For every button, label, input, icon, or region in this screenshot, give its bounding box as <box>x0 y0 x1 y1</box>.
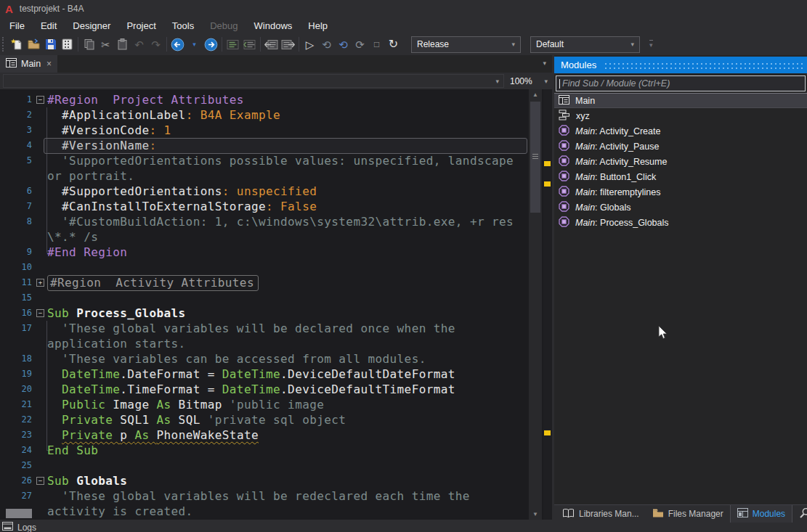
stop-icon[interactable]: □ <box>368 36 385 53</box>
redo-icon[interactable]: ↷ <box>147 36 164 53</box>
clean-project-icon[interactable]: ↻ <box>385 36 402 53</box>
undo-icon[interactable]: ↶ <box>131 36 147 53</box>
panel-tab-modules[interactable]: Modules <box>730 505 792 523</box>
navigate-back-dropdown-icon[interactable]: ▾ <box>186 36 203 53</box>
document-list-dropdown-icon[interactable]: ▾ <box>543 60 546 67</box>
debug-bridge-icon[interactable]: ⟲ <box>318 36 335 53</box>
magnifier-icon <box>799 507 807 520</box>
code-line-23[interactable]: 23 Private p As PhoneWakeState <box>0 427 552 443</box>
panel-tab-quick[interactable]: Quick <box>792 505 807 523</box>
module-item-xyz[interactable]: xyz <box>554 108 807 123</box>
code-line-18[interactable]: 18 'These variables can be accessed from… <box>0 351 552 367</box>
code-line-wrap[interactable]: \*.* /s <box>0 229 552 245</box>
panel-tab-files-manager[interactable]: Files Manager <box>646 505 730 523</box>
line-number: 16 <box>0 306 32 321</box>
code-line-wrap[interactable]: activity is created. <box>0 504 552 519</box>
open-project-icon[interactable] <box>25 36 42 53</box>
code-line-3[interactable]: 3 #VersionCode: 1 <box>0 123 552 138</box>
paste-icon[interactable] <box>114 36 131 53</box>
code-editor[interactable]: 1−#Region Project Attributes2 #Applicati… <box>0 89 552 520</box>
menu-edit[interactable]: Edit <box>33 18 65 33</box>
code-line-5[interactable]: 5 'SupportedOrientations possible values… <box>0 153 552 168</box>
code-line-10[interactable]: 10 <box>0 260 552 275</box>
toolbar-grip[interactable] <box>2 37 6 52</box>
code-line-26[interactable]: 26−Sub Globals <box>0 473 552 488</box>
editor-zoom-dropdown[interactable]: 100% ▾ <box>508 74 549 88</box>
module-item-activity_resume[interactable]: Main: Activity_Resume <box>554 154 807 169</box>
code-line-15[interactable]: 15 <box>0 290 552 306</box>
code-line-8[interactable]: 8 '#CustomBuildAction: 1, c:\windows\sys… <box>0 214 552 229</box>
horizontal-scrollbar-thumb[interactable] <box>6 509 32 518</box>
run-icon[interactable]: ▷ <box>301 36 318 53</box>
menu-designer[interactable]: Designer <box>65 18 118 33</box>
next-sub-icon[interactable] <box>280 36 296 53</box>
module-item-filteremptylines[interactable]: Main: filteremptylines <box>554 184 807 200</box>
usb-connect-icon[interactable]: ⟳ <box>352 36 368 53</box>
code-line-25[interactable]: 25 <box>0 458 552 473</box>
module-item-activity_pause[interactable]: Main: Activity_Pause <box>554 139 807 154</box>
module-item-activity_create[interactable]: Main: Activity_Create <box>554 123 807 139</box>
warning-marker[interactable] <box>544 430 551 435</box>
tab-logs[interactable]: Logs <box>2 522 36 532</box>
modules-panel-header[interactable]: Modules <box>554 57 807 73</box>
code-line-16[interactable]: 16−Sub Process_Globals <box>0 306 552 321</box>
build-target-dropdown[interactable]: Default ▾ <box>530 36 640 53</box>
menu-tools[interactable]: Tools <box>164 18 202 33</box>
code-line-24[interactable]: 24End Sub <box>0 443 552 458</box>
close-icon[interactable]: × <box>46 59 52 69</box>
code-line-27[interactable]: 27 'These global variables will be redec… <box>0 488 552 504</box>
code-line-1[interactable]: 1−#Region Project Attributes <box>0 92 552 107</box>
fold-collapse-icon[interactable]: − <box>36 477 44 485</box>
build-configuration-dropdown[interactable]: Release ▾ <box>411 36 521 53</box>
fold-expand-icon[interactable]: + <box>36 279 44 287</box>
previous-sub-icon[interactable] <box>263 36 280 53</box>
code-line-6[interactable]: 6 #SupportedOrientations: unspecified <box>0 184 552 199</box>
fold-collapse-icon[interactable]: − <box>36 309 44 317</box>
logs-label: Logs <box>17 523 36 532</box>
editor-zone: Main × ▾ ▾ 100% ▾ 1−#Region Project Attr… <box>0 55 552 532</box>
tab-main[interactable]: Main × <box>0 55 57 73</box>
code-text: #SupportedOrientations: unspecified <box>47 184 317 199</box>
module-item-main[interactable]: Main <box>554 93 807 108</box>
warning-marker[interactable] <box>544 181 551 187</box>
fold-collapse-icon[interactable]: − <box>36 96 44 104</box>
code-line-19[interactable]: 19 DateTime.DateFormat = DateTime.Device… <box>0 367 552 382</box>
code-line-21[interactable]: 21 Public Image As Bitmap 'public image <box>0 397 552 412</box>
wifi-bridge-icon[interactable]: ⟲ <box>335 36 352 53</box>
code-line-7[interactable]: 7 #CanInstallToExternalStorage: False <box>0 199 552 214</box>
module-item-process_globals[interactable]: Main: Process_Globals <box>554 215 807 230</box>
scroll-up-icon[interactable]: ▲ <box>529 91 542 98</box>
code-line-11[interactable]: 11+#Region Activity Attributes <box>0 275 552 290</box>
toolbar-overflow-button[interactable]: ▾ <box>649 40 653 49</box>
code-line-20[interactable]: 20 DateTime.TimeFormat = DateTime.Device… <box>0 382 552 397</box>
code-line-2[interactable]: 2 #ApplicationLabel: B4A Example <box>0 107 552 123</box>
menu-windows[interactable]: Windows <box>246 18 301 33</box>
cut-icon[interactable]: ✂ <box>97 36 114 53</box>
code-line-9[interactable]: 9#End Region <box>0 245 552 260</box>
uncomment-selection-icon[interactable] <box>241 36 258 53</box>
code-line-wrap[interactable]: application starts. <box>0 336 552 351</box>
menu-project[interactable]: Project <box>118 18 163 33</box>
menu-help[interactable]: Help <box>300 18 336 33</box>
search-input[interactable] <box>561 78 805 89</box>
scrollbar-thumb[interactable] <box>530 102 540 213</box>
menu-file[interactable]: File <box>1 18 33 33</box>
code-line-22[interactable]: 22 Private SQL1 As SQL 'private sql obje… <box>0 412 552 427</box>
comment-selection-icon[interactable] <box>224 36 241 53</box>
code-line-wrap[interactable]: or portrait. <box>0 168 552 184</box>
scroll-down-icon[interactable]: ▼ <box>529 511 542 517</box>
navigate-back-icon[interactable] <box>169 36 186 53</box>
warning-marker[interactable] <box>544 161 551 166</box>
navigate-forward-icon[interactable] <box>203 36 219 53</box>
sub-navigation-dropdown[interactable]: ▾ <box>3 74 504 88</box>
module-item-button1_click[interactable]: Main: Button1_Click <box>554 169 807 184</box>
code-line-17[interactable]: 17 'These global variables will be decla… <box>0 321 552 336</box>
panel-tab-libraries-man-[interactable]: Libraries Man... <box>556 505 646 523</box>
copy-icon[interactable] <box>81 36 97 53</box>
line-number: 2 <box>0 107 32 123</box>
export-zip-icon[interactable] <box>59 36 76 53</box>
save-icon[interactable] <box>42 36 59 53</box>
module-item-globals[interactable]: Main: Globals <box>554 200 807 215</box>
new-project-icon[interactable] <box>9 36 25 53</box>
editor-vertical-scrollbar[interactable]: ▲ ▼ <box>529 89 542 520</box>
